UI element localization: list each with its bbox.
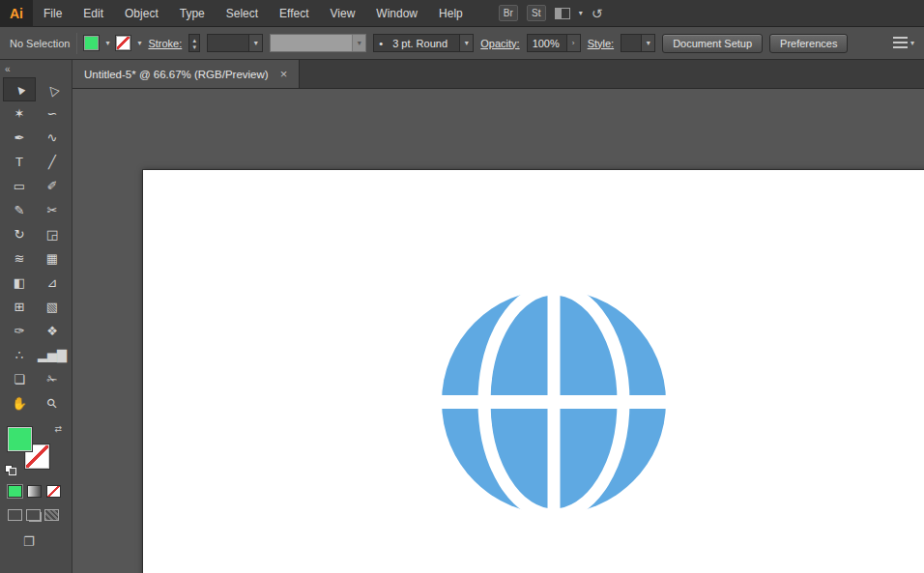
column-graph-icon: ▂▅▇ xyxy=(38,348,67,362)
tool-mesh[interactable]: ⊞ xyxy=(3,295,36,319)
tool-gradient[interactable]: ▧ xyxy=(36,295,69,319)
brush-definition-dd[interactable]: ▾ xyxy=(459,35,473,51)
tool-lasso[interactable]: ∽ xyxy=(36,101,69,126)
none-mode-button[interactable] xyxy=(46,485,61,498)
default-fill-stroke-icon[interactable] xyxy=(5,465,18,476)
artboard[interactable] xyxy=(143,170,924,573)
hand-icon: ✋ xyxy=(12,396,27,411)
magic-wand-icon: ✶ xyxy=(14,106,25,121)
tool-rotate[interactable]: ↻ xyxy=(3,222,36,246)
selection-icon: ▲ xyxy=(10,80,29,100)
document-setup-button[interactable]: Document Setup xyxy=(662,34,763,53)
globe-artwork[interactable] xyxy=(442,290,666,514)
preferences-button[interactable]: Preferences xyxy=(769,34,848,53)
tool-pencil[interactable]: ✎ xyxy=(3,198,36,222)
menu-effect[interactable]: Effect xyxy=(269,0,319,27)
default-stroke-mini xyxy=(9,468,16,475)
menu-window[interactable]: Window xyxy=(365,0,428,27)
canvas-area[interactable] xyxy=(72,89,924,573)
brush-definition-value: 3 pt. Round xyxy=(388,38,452,49)
stepper-down-icon[interactable]: ▾ xyxy=(193,43,197,50)
rotate-icon: ↻ xyxy=(14,227,25,242)
stroke-weight-dropdown[interactable]: ▾ xyxy=(207,34,263,52)
tool-free-transform[interactable]: ▦ xyxy=(36,246,69,271)
opacity-value: 100% xyxy=(528,38,564,49)
menu-edit[interactable]: Edit xyxy=(72,0,114,27)
drawing-mode-buttons xyxy=(8,509,72,521)
menu-file[interactable]: File xyxy=(33,0,72,27)
stepper-up-icon[interactable]: ▴ xyxy=(193,37,197,43)
tool-perspective-grid[interactable]: ⊿ xyxy=(36,271,69,295)
collapse-panel-icon[interactable]: « xyxy=(5,64,11,74)
document-tab[interactable]: Untitled-5* @ 66.67% (RGB/Preview) × xyxy=(72,60,300,88)
tool-scale[interactable]: ◲ xyxy=(36,222,69,246)
draw-normal-button[interactable] xyxy=(8,509,22,521)
eyedropper-icon: ✑ xyxy=(14,324,25,338)
rectangle-icon: ▭ xyxy=(14,179,25,193)
tool-shape-builder[interactable]: ◧ xyxy=(3,271,36,295)
menu-select[interactable]: Select xyxy=(216,0,269,27)
align-options[interactable]: ▾ xyxy=(893,37,914,49)
style-dropdown[interactable]: ▾ xyxy=(621,34,655,52)
symbol-sprayer-icon: ∴ xyxy=(15,348,23,362)
tool-magic-wand[interactable]: ✶ xyxy=(3,101,36,126)
tool-blend[interactable]: ❖ xyxy=(36,319,69,343)
width-profile-dropdown: ▾ xyxy=(270,34,366,52)
sync-icon[interactable]: ↺ xyxy=(592,6,603,21)
tool-pen[interactable]: ✒ xyxy=(3,126,36,150)
tool-direct-selection[interactable]: △ xyxy=(36,77,69,101)
tool-eyedropper[interactable]: ✑ xyxy=(3,319,36,343)
stroke-color-swatch[interactable] xyxy=(116,36,130,50)
stroke-weight-dd[interactable]: ▾ xyxy=(248,35,262,51)
bridge-button[interactable]: Br xyxy=(499,5,518,21)
tool-curvature[interactable]: ∿ xyxy=(36,126,69,150)
color-mode-button[interactable] xyxy=(8,485,22,498)
tool-line-segment[interactable]: ╱ xyxy=(36,150,69,174)
brush-definition-dropdown[interactable]: • 3 pt. Round ▾ xyxy=(373,34,474,52)
tab-close-icon[interactable]: × xyxy=(280,68,288,80)
chevron-down-icon[interactable]: ▾ xyxy=(579,9,583,17)
style-dd[interactable]: ▾ xyxy=(641,35,654,51)
tool-artboard[interactable]: ❏ xyxy=(3,367,36,391)
chevron-down-icon: ▾ xyxy=(910,39,914,47)
tool-scissors[interactable]: ✂ xyxy=(36,198,69,222)
menu-view[interactable]: View xyxy=(320,0,366,27)
tool-selection[interactable]: ▲ xyxy=(3,77,36,101)
opacity-dd[interactable]: › xyxy=(566,35,580,51)
tool-width[interactable]: ≋ xyxy=(3,246,36,271)
tool-column-graph[interactable]: ▂▅▇ xyxy=(36,343,69,367)
free-transform-icon: ▦ xyxy=(46,251,58,266)
style-panel-label[interactable]: Style: xyxy=(588,38,615,49)
tool-symbol-sprayer[interactable]: ∴ xyxy=(3,343,36,367)
swap-fill-stroke-icon[interactable]: ⇄ xyxy=(54,424,62,434)
opacity-panel-label[interactable]: Opacity: xyxy=(480,38,519,49)
fill-color-swatch[interactable] xyxy=(84,36,99,50)
fill-swatch[interactable] xyxy=(8,427,32,451)
control-bar: No Selection ▾ ▾ Stroke: ▴ ▾ ▾ ▾ • 3 pt.… xyxy=(0,27,924,60)
paint-mode-buttons xyxy=(8,485,72,498)
opacity-dropdown[interactable]: 100% › xyxy=(527,34,581,52)
menu-object[interactable]: Object xyxy=(114,0,169,27)
screen-mode-icon[interactable]: ❐ xyxy=(23,534,72,549)
document-tab-title: Untitled-5* @ 66.67% (RGB/Preview) xyxy=(84,69,269,80)
app-logo: Ai xyxy=(0,0,33,27)
menu-help[interactable]: Help xyxy=(428,0,474,27)
tool-hand[interactable]: ✋ xyxy=(3,391,36,415)
draw-behind-button[interactable] xyxy=(26,509,41,521)
menu-type[interactable]: Type xyxy=(169,0,216,27)
stroke-panel-label[interactable]: Stroke: xyxy=(148,38,182,49)
tool-slice[interactable]: ✁ xyxy=(36,367,69,391)
arrange-documents-icon[interactable] xyxy=(555,8,570,19)
scissors-icon: ✂ xyxy=(47,203,58,217)
fill-chevron-down-icon[interactable]: ▾ xyxy=(105,39,109,47)
stroke-weight-stepper[interactable]: ▴ ▾ xyxy=(188,34,200,52)
tool-type[interactable]: T xyxy=(3,150,36,174)
tool-rectangle[interactable]: ▭ xyxy=(3,174,36,198)
tool-paintbrush[interactable]: ✐ xyxy=(36,174,69,198)
stock-button[interactable]: St xyxy=(527,5,546,21)
tool-zoom[interactable]: ⚲ xyxy=(36,391,69,415)
draw-inside-button[interactable] xyxy=(44,509,59,521)
stroke-chevron-down-icon[interactable]: ▾ xyxy=(137,39,141,47)
align-icon xyxy=(893,37,908,49)
gradient-mode-button[interactable] xyxy=(27,485,42,498)
